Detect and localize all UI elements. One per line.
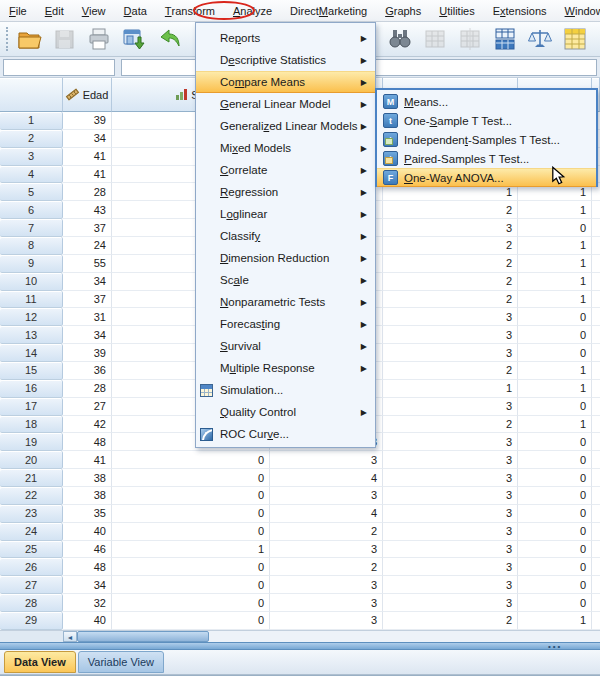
data-cell[interactable]: 2 <box>383 362 518 380</box>
data-cell[interactable]: 3 <box>383 326 518 344</box>
data-cell[interactable]: 3 <box>383 594 518 612</box>
row-number-cell[interactable]: 22 <box>0 487 63 505</box>
open-file-icon[interactable] <box>15 25 43 53</box>
data-cell[interactable]: 2 <box>383 612 518 630</box>
data-cell[interactable]: 3 <box>270 576 383 594</box>
menu-item-dimension-reduction[interactable]: Dimension Reduction▶ <box>196 247 375 269</box>
data-cell[interactable]: 0 <box>112 451 270 469</box>
data-cell[interactable]: 0 <box>518 558 592 576</box>
row-number-cell[interactable]: 20 <box>0 451 63 469</box>
data-cell[interactable]: 0 <box>112 469 270 487</box>
menu-item-descriptive-statistics[interactable]: Descriptive Statistics▶ <box>196 49 375 71</box>
pane-splitter[interactable]: ••• <box>0 642 600 650</box>
select-cases-icon[interactable] <box>561 25 589 53</box>
submenu-item-means[interactable]: MMeans... <box>377 92 596 111</box>
menu-item-forecasting[interactable]: Forecasting▶ <box>196 313 375 335</box>
menu-item-nonparametric-tests[interactable]: Nonparametric Tests▶ <box>196 291 375 313</box>
row-number-cell[interactable]: 12 <box>0 308 63 326</box>
data-cell[interactable]: 0 <box>518 308 592 326</box>
data-cell[interactable]: 4 <box>270 505 383 523</box>
data-cell[interactable]: 34 <box>63 273 112 291</box>
data-cell[interactable]: 48 <box>63 558 112 576</box>
data-cell[interactable]: 0 <box>518 594 592 612</box>
row-number-cell[interactable]: 13 <box>0 326 63 344</box>
corner-header-cell[interactable] <box>0 78 63 112</box>
scrollbar-thumb[interactable] <box>77 631 209 642</box>
recall-dialogs-icon[interactable] <box>120 25 148 53</box>
column-header-edad[interactable]: Edad <box>63 78 112 112</box>
data-cell[interactable]: 2 <box>383 416 518 434</box>
data-cell[interactable]: 46 <box>63 541 112 559</box>
data-cell[interactable]: 3 <box>383 523 518 541</box>
data-cell[interactable]: 0 <box>112 558 270 576</box>
data-cell[interactable]: 3 <box>383 344 518 362</box>
data-cell[interactable]: 1 <box>112 541 270 559</box>
row-number-cell[interactable]: 9 <box>0 255 63 273</box>
data-cell[interactable]: 0 <box>518 487 592 505</box>
data-cell[interactable]: 3 <box>383 576 518 594</box>
data-cell[interactable]: 42 <box>63 416 112 434</box>
data-cell[interactable]: 1 <box>383 380 518 398</box>
menu-analyze[interactable]: Analyze <box>224 0 281 21</box>
data-cell[interactable]: 3 <box>270 594 383 612</box>
submenu-item-one-way-anova[interactable]: FOne-Way ANOVA... <box>377 168 596 187</box>
data-cell[interactable]: 0 <box>518 469 592 487</box>
menu-graphs[interactable]: Graphs <box>376 0 430 21</box>
row-number-cell[interactable]: 25 <box>0 541 63 559</box>
submenu-item-one-sample-t-test[interactable]: tOne-Sample T Test... <box>377 111 596 130</box>
data-cell[interactable]: 38 <box>63 487 112 505</box>
data-cell[interactable]: 48 <box>63 433 112 451</box>
data-cell[interactable]: 0 <box>518 576 592 594</box>
data-cell[interactable]: 2 <box>383 201 518 219</box>
row-number-cell[interactable]: 7 <box>0 219 63 237</box>
data-cell[interactable]: 24 <box>63 237 112 255</box>
tab-variable-view[interactable]: Variable View <box>78 651 164 673</box>
menu-item-survival[interactable]: Survival▶ <box>196 335 375 357</box>
data-cell[interactable]: 38 <box>63 469 112 487</box>
data-cell[interactable]: 2 <box>383 255 518 273</box>
data-cell[interactable]: 2 <box>270 558 383 576</box>
data-cell[interactable]: 40 <box>63 523 112 541</box>
menu-edit[interactable]: Edit <box>36 0 73 21</box>
data-cell[interactable]: 3 <box>383 219 518 237</box>
menu-extensions[interactable]: Extensions <box>484 0 556 21</box>
submenu-item-independent-samples-t-test[interactable]: tIndependent-Samples T Test... <box>377 130 596 149</box>
menu-data[interactable]: Data <box>115 0 156 21</box>
data-cell[interactable]: 3 <box>383 433 518 451</box>
data-cell[interactable]: 0 <box>112 594 270 612</box>
data-cell[interactable]: 1 <box>518 237 592 255</box>
data-cell[interactable]: 39 <box>63 112 112 130</box>
submenu-item-paired-samples-t-test[interactable]: tPaired-Samples T Test... <box>377 149 596 168</box>
data-cell[interactable]: 3 <box>270 612 383 630</box>
row-number-cell[interactable]: 10 <box>0 273 63 291</box>
print-icon[interactable] <box>85 25 113 53</box>
row-number-cell[interactable]: 14 <box>0 344 63 362</box>
data-cell[interactable]: 43 <box>63 201 112 219</box>
data-cell[interactable]: 39 <box>63 344 112 362</box>
row-number-cell[interactable]: 27 <box>0 576 63 594</box>
data-cell[interactable]: 2 <box>270 523 383 541</box>
row-number-cell[interactable]: 15 <box>0 362 63 380</box>
cell-reference-box[interactable] <box>3 59 115 76</box>
splitter-handle-icon[interactable]: ••• <box>548 645 562 649</box>
row-number-cell[interactable]: 17 <box>0 398 63 416</box>
menu-view[interactable]: View <box>73 0 115 21</box>
data-cell[interactable]: 1 <box>518 380 592 398</box>
menu-item-regression[interactable]: Regression▶ <box>196 181 375 203</box>
data-cell[interactable]: 2 <box>383 237 518 255</box>
data-cell[interactable]: 41 <box>63 166 112 184</box>
data-cell[interactable]: 0 <box>518 541 592 559</box>
data-cell[interactable]: 0 <box>518 219 592 237</box>
data-cell[interactable]: 3 <box>270 451 383 469</box>
data-cell[interactable]: 0 <box>112 487 270 505</box>
data-cell[interactable]: 0 <box>112 505 270 523</box>
data-cell[interactable]: 0 <box>112 612 270 630</box>
data-cell[interactable]: 1 <box>518 291 592 309</box>
menu-transform[interactable]: Transform <box>156 0 224 21</box>
data-cell[interactable]: 55 <box>63 255 112 273</box>
menu-item-compare-means[interactable]: Compare Means▶ <box>196 71 375 93</box>
split-file-icon[interactable] <box>491 25 519 53</box>
data-cell[interactable]: 27 <box>63 398 112 416</box>
data-cell[interactable]: 40 <box>63 612 112 630</box>
menu-item-scale[interactable]: Scale▶ <box>196 269 375 291</box>
